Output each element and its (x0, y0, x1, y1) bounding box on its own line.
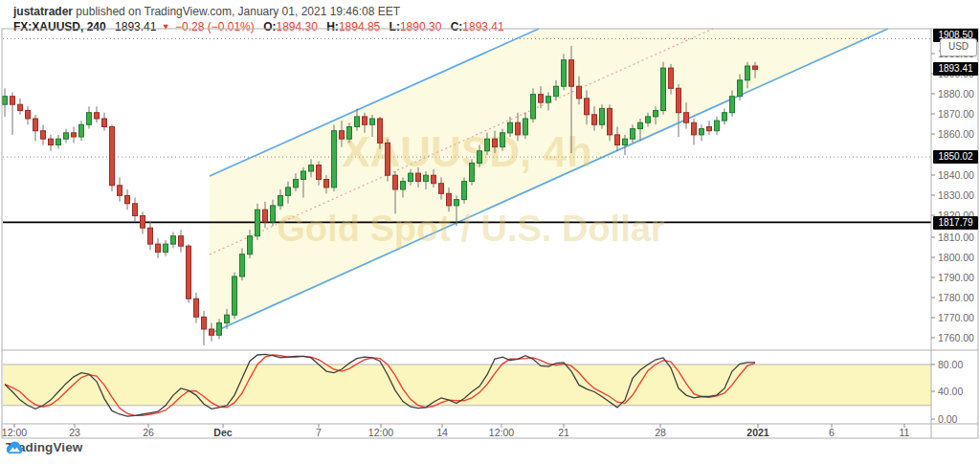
candle (202, 317, 207, 329)
candle (508, 122, 513, 133)
candle (317, 166, 322, 180)
candle (301, 171, 306, 180)
candle (516, 122, 521, 135)
candle (677, 88, 681, 112)
candle (684, 113, 689, 123)
price-badge: 1817.79 (933, 216, 978, 230)
candle (386, 143, 390, 175)
candle (171, 236, 176, 244)
candle (363, 117, 368, 124)
candle (370, 119, 375, 124)
time-axis-label: 7 (316, 427, 322, 438)
candle (26, 111, 31, 120)
candle (393, 175, 398, 189)
candle (462, 182, 467, 200)
price-axis-label: 1790.00 (938, 272, 974, 283)
candle (746, 66, 750, 80)
time-axis-label: Dec (213, 427, 232, 438)
candle (278, 195, 283, 206)
candle (194, 298, 199, 317)
candle (478, 151, 482, 164)
tradingview-snapshot: justatrader published on TradingView.com… (0, 0, 980, 464)
candle (148, 228, 153, 244)
price-axis-label: 1880.00 (938, 88, 974, 99)
candle (110, 127, 115, 186)
candle (347, 127, 352, 140)
candle (133, 204, 138, 216)
candle (233, 276, 237, 315)
time-axis-label: 12:00 (368, 427, 393, 438)
candle (11, 97, 15, 105)
candle (355, 117, 360, 127)
price-axis-label: 1800.00 (938, 252, 974, 263)
chart-plot-area[interactable]: XAUUSD, 4hGold Spot / U.S. Dollar (0, 0, 980, 464)
oscillator-axis-label: 40.00 (938, 386, 963, 397)
candle (523, 119, 528, 135)
candle (738, 80, 743, 97)
candle (271, 206, 276, 222)
oscillator-axis-label: 80.00 (938, 359, 963, 370)
time-axis-label: 11 (900, 427, 910, 438)
candle (125, 195, 130, 203)
candle (623, 139, 628, 144)
candle (56, 139, 61, 144)
candle (87, 113, 92, 125)
price-axis-label: 1760.00 (938, 332, 974, 343)
oscillator-axis-label: 0.00 (938, 413, 957, 425)
candle (432, 175, 436, 184)
time-axis-label: 26 (143, 427, 154, 438)
candle (646, 117, 651, 122)
candle (156, 244, 161, 253)
candle (309, 166, 314, 171)
candle (707, 127, 712, 131)
candle (715, 121, 720, 131)
candle (661, 68, 666, 110)
price-axis-label: 1770.00 (938, 312, 974, 323)
candle (416, 173, 421, 182)
candle (332, 131, 337, 188)
candle (164, 244, 168, 253)
candle (118, 186, 122, 196)
candle (585, 99, 590, 115)
candle (531, 95, 536, 119)
price-badge: 1893.41 (933, 62, 978, 76)
candle (294, 180, 299, 188)
time-axis-label: 28 (655, 427, 666, 438)
candle (562, 60, 567, 86)
candle (730, 97, 735, 113)
candle (439, 184, 444, 194)
watermark-description: Gold Spot / U.S. Dollar (277, 209, 665, 249)
candle (33, 119, 38, 131)
candle (554, 86, 559, 97)
time-axis-label: 21 (558, 427, 569, 438)
candle (79, 124, 84, 137)
price-axis-label: 1870.00 (938, 108, 974, 120)
candle (401, 182, 406, 189)
candle (608, 108, 612, 134)
candle (447, 193, 452, 206)
candle (41, 131, 46, 140)
candle (225, 315, 230, 322)
price-axis-label: 1860.00 (938, 128, 974, 140)
time-axis-label: 12:00 (2, 427, 27, 438)
candle (600, 108, 605, 124)
time-axis-label: 23 (69, 427, 80, 438)
candle (324, 180, 329, 188)
candle (470, 164, 475, 182)
candle (3, 97, 8, 105)
candle (569, 60, 574, 86)
candle (654, 111, 658, 117)
candle (455, 200, 459, 206)
candle (95, 113, 100, 119)
price-axis-label: 1840.00 (938, 169, 974, 181)
time-axis-label: 2021 (746, 427, 768, 438)
candle (700, 129, 704, 135)
candle (493, 139, 498, 146)
currency-toggle-button[interactable]: USD (940, 38, 977, 56)
candle (669, 68, 674, 88)
time-axis-label: 12:00 (489, 427, 514, 438)
time-axis-label: 6 (829, 427, 835, 438)
tradingview-logo[interactable]: TradingView (6, 440, 82, 454)
candle (546, 97, 551, 102)
candle (340, 131, 345, 140)
